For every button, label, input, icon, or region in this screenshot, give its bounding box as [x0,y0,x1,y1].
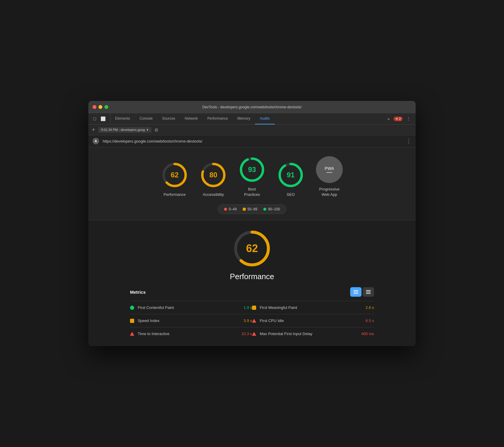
metric-icon-mpfid [252,332,256,336]
metric-icon-fci [252,319,256,323]
error-icon: ✕ [395,117,398,121]
close-button[interactable] [93,105,96,109]
legend-label-red: 0–49 [229,207,237,211]
scores-row: 62 Performance 80 Accessibility [161,156,343,197]
legend-dot-red [224,208,227,211]
legend-item-red: 0–49 [224,207,237,211]
metric-name-fmp: First Meaningful Paint [260,305,366,310]
pwa-text: PWA [325,166,334,171]
maximize-button[interactable] [104,105,108,109]
url-text[interactable]: https://developers.google.com/web/tools/… [103,139,403,143]
score-label-best-practices: BestPractices [244,187,260,197]
metric-row-fmp: First Meaningful Paint 2.6 s [252,301,374,314]
gauge-seo: 91 [277,162,304,188]
tab-label-text: 9:01:34 PM - developers.goog [101,128,145,132]
score-value-accessibility: 80 [209,171,217,179]
window-title: DevTools - developers.google.com/web/too… [202,105,302,109]
metric-row-fci: First CPU Idle 6.5 s [252,314,374,327]
metric-name-si: Speed Index [138,318,244,323]
tab-sources[interactable]: Sources [157,113,180,124]
devtools-tab-bar: ⬡ ⬜ Elements Console Sources Network Per… [88,113,416,125]
metric-row-fcp: First Contentful Paint 1.9 s [130,301,252,314]
metric-icon-si [130,319,134,323]
devtools-tab-right: » ✕ 2 ⋮ [382,113,416,124]
metric-value-fcp: 1.9 s [244,305,252,310]
new-tab-button[interactable]: + [92,127,95,133]
score-item-accessibility[interactable]: 80 Accessibility [200,162,227,197]
devtools-menu-icon[interactable]: ⋮ [405,115,412,122]
tab-audits[interactable]: Audits [255,113,274,124]
score-label-seo: SEO [287,192,295,197]
legend-label-orange: 50–89 [248,207,257,211]
error-badge[interactable]: ✕ 2 [394,117,403,121]
pwa-badge: PWA [316,156,343,183]
metric-name-tti: Time to Interactive [138,332,242,336]
metric-icon-tti [130,332,134,336]
toggle-grid-button[interactable] [350,287,361,297]
metric-row-tti: Time to Interactive 10.3 s [130,327,252,340]
detail-section: 62 Performance Metrics [88,220,416,346]
metric-value-tti: 10.3 s [242,332,252,336]
more-tabs-icon[interactable]: » [386,115,391,122]
metrics-right-col: First Meaningful Paint 2.6 s First CPU I… [252,301,374,340]
metric-value-fci: 6.5 s [366,318,374,323]
url-bar: A https://developers.google.com/web/tool… [88,135,416,147]
tab-performance[interactable]: Performance [203,113,233,124]
metric-value-si: 3.9 s [244,318,252,323]
metrics-label: Metrics [130,290,146,295]
legend-item-orange: 50–89 [243,207,257,211]
gauge-accessibility: 80 [200,162,227,188]
metrics-section: Metrics [112,287,392,340]
metric-icon-fmp [252,306,256,310]
metric-row-mpfid: Max Potential First Input Delay 400 ms [252,327,374,340]
devtools-content: 62 Performance 80 Accessibility [88,147,416,346]
score-item-performance[interactable]: 62 Performance [161,162,188,197]
pwa-dash [326,172,332,173]
active-tab-label[interactable]: 9:01:34 PM - developers.goog ▾ [98,127,151,133]
tab-dropdown-icon[interactable]: ▾ [147,128,148,132]
metric-value-fmp: 2.6 s [366,305,374,310]
score-label-performance: Performance [164,192,186,197]
metric-name-fcp: First Contentful Paint [138,305,244,310]
big-gauge-performance: 62 [233,229,271,268]
traffic-lights [93,105,108,109]
metrics-grid: First Contentful Paint 1.9 s Speed Index… [130,301,374,340]
cursor-icon[interactable]: ⬡ [91,115,98,122]
url-more-icon[interactable]: ⋮ [406,138,411,144]
score-item-pwa[interactable]: PWA ProgressiveWeb App [316,156,343,197]
legend-label-green: 90–100 [268,207,280,211]
tab-console[interactable]: Console [135,113,157,124]
legend-item-green: 90–100 [263,207,280,211]
big-score-value: 62 [246,242,258,255]
minimize-button[interactable] [98,105,102,109]
metric-value-mpfid: 400 ms [361,332,374,336]
metrics-view-toggle [350,287,374,297]
score-value-best-practices: 93 [248,165,256,174]
tab-memory[interactable]: Memory [233,113,255,124]
score-item-seo[interactable]: 91 SEO [277,162,304,197]
list-icon [366,290,371,294]
legend-dot-orange [243,208,246,211]
score-label-accessibility: Accessibility [203,192,224,197]
metric-icon-fcp [130,306,134,310]
tab-elements[interactable]: Elements [110,113,135,124]
legend-dot-green [263,208,266,211]
toggle-list-button[interactable] [363,287,374,297]
score-value-performance: 62 [171,171,179,179]
tab-network[interactable]: Network [180,113,203,124]
detail-title: Performance [230,272,274,281]
gauge-performance: 62 [161,162,188,188]
devtools-controls: ⬡ ⬜ [88,113,110,124]
score-item-best-practices[interactable]: 93 BestPractices [239,156,265,197]
metric-name-mpfid: Max Potential First Input Delay [260,332,361,336]
browser-window: DevTools - developers.google.com/web/too… [88,101,416,346]
metrics-header: Metrics [130,287,374,297]
device-icon[interactable]: ⬜ [99,115,107,122]
metric-row-si: Speed Index 3.9 s [130,314,252,327]
stop-icon[interactable]: ⊘ [154,127,158,133]
metrics-left-col: First Contentful Paint 1.9 s Speed Index… [130,301,252,340]
grid-icon [353,290,358,294]
metric-name-fci: First CPU Idle [260,318,366,323]
favicon: A [93,138,99,144]
score-label-pwa: ProgressiveWeb App [319,187,340,197]
